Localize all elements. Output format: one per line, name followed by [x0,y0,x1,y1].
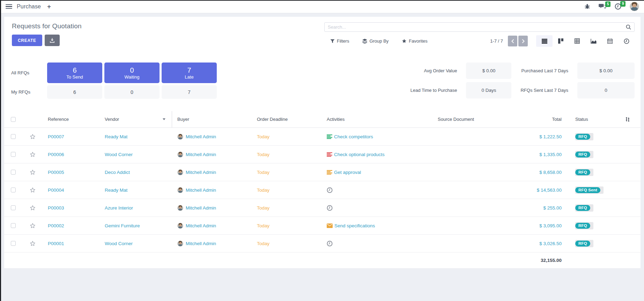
calendar-view-button[interactable] [602,35,618,47]
reference-link[interactable]: P00006 [48,152,64,157]
row-checkbox[interactable] [11,241,16,246]
activity-link[interactable]: Check competitors [334,134,373,139]
table-row[interactable]: P00001 Wood Corner Mitchell Admin Today … [4,235,641,252]
activity-view-button[interactable] [618,35,635,47]
graph-view-button[interactable] [585,35,602,47]
header-vendor[interactable]: Vendor [99,111,172,127]
user-avatar[interactable] [630,2,639,11]
reference-link[interactable]: P00002 [48,223,64,228]
vendor-link[interactable]: Deco Addict [105,170,130,175]
tasks-activity-icon[interactable] [327,134,332,139]
buyer-link[interactable]: Mitchell Admin [186,188,216,193]
table-footer: 32,155.00 [4,252,641,268]
search-icon[interactable] [626,24,631,30]
header-status[interactable]: Status [565,111,617,127]
favorites-button[interactable]: Favorites [402,38,427,44]
clock-activity-icon[interactable] [327,241,333,247]
buyer-avatar [177,241,183,247]
row-checkbox[interactable] [11,205,16,210]
create-button[interactable]: CREATE [12,35,42,46]
kpi-my-to-send[interactable]: 6 [47,85,102,99]
table-row[interactable]: P00003 Azure Interior Mitchell Admin Tod… [4,199,641,217]
activity-link[interactable]: Send specifications [334,223,375,228]
kpi-waiting[interactable]: 0 Waiting [104,63,160,83]
favorite-star-icon[interactable] [29,169,36,176]
export-button[interactable] [45,35,60,46]
pager-next-button[interactable] [518,36,528,46]
activity-link[interactable]: Get approval [334,170,361,175]
pager-previous-button[interactable] [508,36,517,46]
buyer-link[interactable]: Mitchell Admin [186,170,216,175]
buyer-avatar [177,223,183,229]
row-checkbox[interactable] [11,170,16,175]
reference-link[interactable]: P00003 [48,205,64,211]
stat-label-lead-time: Lead Time to Purchase [410,88,457,93]
header-activities[interactable]: Activities [321,111,432,127]
app-title[interactable]: Purchase [17,3,41,10]
reference-link[interactable]: P00007 [48,134,64,139]
header-source[interactable]: Source Document [432,111,513,127]
kpi-my-waiting[interactable]: 0 [104,85,160,99]
optional-columns-icon[interactable] [617,117,641,122]
kanban-view-button[interactable] [553,35,569,47]
favorite-star-icon[interactable] [29,151,36,158]
table-row[interactable]: P00005 Deco Addict Mitchell Admin Today … [4,163,641,181]
vendor-link[interactable]: Wood Corner [105,152,133,157]
messages-chat-icon[interactable]: 5 [599,3,606,9]
header-reference[interactable]: Reference [43,111,99,127]
vendor-link[interactable]: Ready Mat [105,188,127,193]
plus-new-tab-icon[interactable]: + [47,3,51,10]
reference-link[interactable]: P00005 [48,170,64,175]
favorite-star-icon[interactable] [29,187,36,193]
header-favorite [22,111,43,127]
kpi-to-send[interactable]: 6 To Send [47,63,102,83]
vendor-link[interactable]: Wood Corner [105,241,133,246]
buyer-avatar [177,205,183,211]
filters-button[interactable]: Filters [330,38,349,44]
tasks-activity-icon[interactable] [327,152,332,157]
favorite-star-icon[interactable] [29,222,36,229]
activities-clock-icon[interactable]: 9 [615,3,621,10]
buyer-link[interactable]: Mitchell Admin [186,241,216,246]
search-input[interactable] [328,24,626,30]
tasks-activity-icon[interactable] [327,170,332,175]
activity-link[interactable]: Check optional products [334,152,385,157]
buyer-link[interactable]: Mitchell Admin [186,152,216,157]
header-deadline[interactable]: Order Deadline [252,111,321,127]
vendor-link[interactable]: Ready Mat [105,134,127,139]
buyer-link[interactable]: Mitchell Admin [186,223,216,228]
header-buyer[interactable]: Buyer [172,111,252,127]
favorite-star-icon[interactable] [29,133,36,140]
pivot-view-button[interactable] [569,35,585,47]
list-view-button[interactable] [536,35,553,47]
clock-activity-icon[interactable] [327,205,333,211]
vendor-link[interactable]: Azure Interior [105,205,133,211]
group-by-button[interactable]: Group By [362,38,388,44]
table-row[interactable]: P00006 Wood Corner Mitchell Admin Today … [4,146,641,163]
buyer-link[interactable]: Mitchell Admin [186,134,216,139]
kpi-late[interactable]: 7 Late [162,63,217,83]
apps-menu-icon[interactable] [6,4,12,9]
table-row[interactable]: P00002 Gemini Furniture Mitchell Admin T… [4,217,641,235]
row-checkbox[interactable] [11,188,16,192]
favorite-star-icon[interactable] [29,240,36,247]
reference-link[interactable]: P00004 [48,188,64,193]
table-row[interactable]: P00007 Ready Mat Mitchell Admin Today Ch… [4,128,641,146]
kpi-my-late[interactable]: 7 [162,85,217,99]
debug-bug-icon[interactable] [584,3,590,9]
graph-view-icon [591,39,597,44]
row-checkbox[interactable] [11,134,16,139]
vendor-link[interactable]: Gemini Furniture [105,223,140,228]
row-checkbox[interactable] [11,223,16,228]
header-total[interactable]: Total [513,111,565,127]
kanban-view-icon [558,38,563,44]
table-row[interactable]: P00004 Ready Mat Mitchell Admin Today $ … [4,181,641,199]
row-checkbox[interactable] [11,152,16,157]
clock-activity-icon[interactable] [327,187,333,193]
favorite-star-icon[interactable] [29,205,36,211]
select-all-checkbox[interactable] [11,117,16,122]
reference-link[interactable]: P00001 [48,241,64,246]
chevron-right-icon [522,39,525,43]
envelope-activity-icon[interactable] [327,223,333,228]
buyer-link[interactable]: Mitchell Admin [186,205,216,211]
